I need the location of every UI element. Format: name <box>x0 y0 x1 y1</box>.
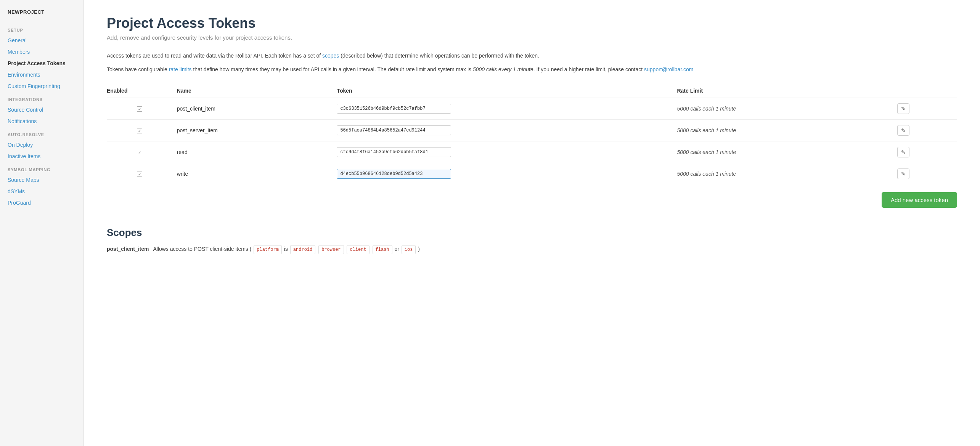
sidebar-section-setup: SETUP <box>0 22 84 35</box>
sidebar-item-on-deploy[interactable]: On Deploy <box>0 139 84 151</box>
token-edit-cell-read[interactable]: ✎ <box>897 141 957 163</box>
sidebar-item-proguard[interactable]: ProGuard <box>0 197 84 209</box>
token-enabled-write[interactable]: ✓ <box>107 163 177 184</box>
table-header-name: Name <box>177 85 337 98</box>
token-value-post_server_item[interactable] <box>337 119 677 141</box>
table-header-enabled: Enabled <box>107 85 177 98</box>
sidebar: NEWPROJECT SETUPGeneralMembersProject Ac… <box>0 0 84 446</box>
token-rate-limit-read: 5000 calls each 1 minute <box>677 141 897 163</box>
sidebar-item-general[interactable]: General <box>0 35 84 46</box>
add-token-button[interactable]: Add new access token <box>882 192 957 208</box>
token-value-read[interactable] <box>337 141 677 163</box>
sidebar-item-dsyms[interactable]: dSYMs <box>0 186 84 197</box>
edit-token-button-read[interactable]: ✎ <box>897 147 909 157</box>
token-name-post_server_item: post_server_item <box>177 119 337 141</box>
table-row: ✓post_client_item5000 calls each 1 minut… <box>107 98 957 119</box>
table-row: ✓post_server_item5000 calls each 1 minut… <box>107 119 957 141</box>
token-value-write[interactable] <box>337 163 677 184</box>
sidebar-item-custom-fingerprinting[interactable]: Custom Fingerprinting <box>0 80 84 92</box>
token-enabled-post_server_item[interactable]: ✓ <box>107 119 177 141</box>
support-email[interactable]: support@rollbar.com <box>644 66 693 72</box>
checkbox-icon[interactable]: ✓ <box>137 150 142 155</box>
page-subtitle: Add, remove and configure security level… <box>107 34 957 41</box>
token-edit-cell-write[interactable]: ✎ <box>897 163 957 184</box>
table-header-rate-limit: Rate Limit <box>677 85 897 98</box>
token-table: EnabledNameTokenRate Limit ✓post_client_… <box>107 85 957 184</box>
sidebar-section-integrations: INTEGRATIONS <box>0 92 84 104</box>
sidebar-item-notifications[interactable]: Notifications <box>0 116 84 127</box>
sidebar-item-environments[interactable]: Environments <box>0 69 84 80</box>
sidebar-item-inactive-items[interactable]: Inactive Items <box>0 151 84 162</box>
edit-token-button-post_client_item[interactable]: ✎ <box>897 103 909 114</box>
checkbox-icon[interactable]: ✓ <box>137 172 142 177</box>
scopes-title: Scopes <box>107 227 957 239</box>
token-value-post_client_item[interactable] <box>337 98 677 119</box>
sidebar-item-project-access-tokens[interactable]: Project Access Tokens <box>0 58 84 69</box>
edit-token-button-write[interactable]: ✎ <box>897 168 909 179</box>
token-enabled-post_client_item[interactable]: ✓ <box>107 98 177 119</box>
token-rate-limit-post_client_item: 5000 calls each 1 minute <box>677 98 897 119</box>
token-name-post_client_item: post_client_item <box>177 98 337 119</box>
token-input-read[interactable] <box>337 147 451 157</box>
project-name: NEWPROJECT <box>0 9 84 22</box>
token-rate-limit-write: 5000 calls each 1 minute <box>677 163 897 184</box>
token-enabled-read[interactable]: ✓ <box>107 141 177 163</box>
description-1: Access tokens are used to read and write… <box>107 51 957 60</box>
checkbox-icon[interactable]: ✓ <box>137 106 142 112</box>
token-name-read: read <box>177 141 337 163</box>
scopes-link[interactable]: scopes <box>322 53 339 59</box>
token-input-post_client_item[interactable] <box>337 104 451 114</box>
sidebar-section-auto-resolve: AUTO-RESOLVE <box>0 127 84 139</box>
token-name-write: write <box>177 163 337 184</box>
sidebar-item-members[interactable]: Members <box>0 46 84 58</box>
token-edit-cell-post_server_item[interactable]: ✎ <box>897 119 957 141</box>
sidebar-section-symbol-mapping: SYMBOL MAPPING <box>0 162 84 174</box>
token-input-post_server_item[interactable] <box>337 125 451 135</box>
edit-token-button-post_server_item[interactable]: ✎ <box>897 125 909 136</box>
page-title: Project Access Tokens <box>107 15 957 31</box>
description-2: Tokens have configurable rate limits tha… <box>107 65 957 74</box>
table-row: ✓write5000 calls each 1 minute✎ <box>107 163 957 184</box>
table-row: ✓read5000 calls each 1 minute✎ <box>107 141 957 163</box>
sidebar-item-source-control[interactable]: Source Control <box>0 104 84 116</box>
main-content: Project Access Tokens Add, remove and co… <box>84 0 980 446</box>
table-header-token: Token <box>337 85 677 98</box>
token-edit-cell-post_client_item[interactable]: ✎ <box>897 98 957 119</box>
checkbox-icon[interactable]: ✓ <box>137 128 142 133</box>
scope-post-client-item: post_client_item Allows access to POST c… <box>107 245 957 254</box>
token-input-write[interactable] <box>337 169 451 179</box>
rate-limits-link[interactable]: rate limits <box>169 66 192 72</box>
sidebar-item-source-maps[interactable]: Source Maps <box>0 174 84 186</box>
table-header- <box>897 85 957 98</box>
token-rate-limit-post_server_item: 5000 calls each 1 minute <box>677 119 897 141</box>
